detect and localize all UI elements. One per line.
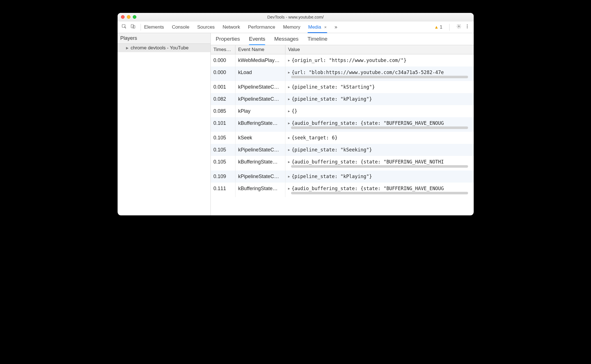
cell-value[interactable]: ▶{audio_buffering_state: {state: "BUFFER…: [285, 183, 474, 197]
events-table: Times… Event Name Value 0.000kWebMediaPl…: [211, 45, 474, 215]
settings-icon[interactable]: [456, 24, 461, 30]
svg-point-4: [467, 24, 468, 25]
sidebar-item-player[interactable]: ▶ chrome devtools - YouTube: [118, 44, 210, 52]
window-title: DevTools - www.youtube.com/: [118, 15, 474, 19]
cell-timestamp: 0.001: [211, 81, 235, 93]
table-row[interactable]: 0.000kLoad▶{url: "blob:https://www.youtu…: [211, 66, 474, 81]
cell-value[interactable]: ▶{url: "blob:https://www.youtube.com/c34…: [285, 66, 474, 81]
tab-performance[interactable]: Performance: [248, 22, 275, 33]
svg-point-3: [458, 26, 459, 27]
cell-value[interactable]: ▶{audio_buffering_state: {state: "BUFFER…: [285, 156, 474, 171]
cell-event-name: kPipelineStateC…: [235, 93, 285, 105]
tab-media-label: Media: [308, 24, 321, 30]
table-row[interactable]: 0.082kPipelineStateC…▶{pipeline_state: "…: [211, 93, 474, 105]
cell-timestamp: 0.000: [211, 66, 235, 81]
horizontal-scroll-indicator[interactable]: [291, 192, 468, 194]
horizontal-scroll-indicator[interactable]: [291, 126, 468, 129]
cell-event-name: kBufferingState…: [235, 183, 285, 197]
table-row[interactable]: 0.101kBufferingState…▶{audio_buffering_s…: [211, 117, 474, 132]
cell-value[interactable]: ▶{origin_url: "https://www.youtube.com/"…: [285, 54, 474, 66]
chevron-right-icon: ▶: [288, 71, 290, 74]
subtab-messages[interactable]: Messages: [274, 36, 299, 45]
value-text: {audio_buffering_state: {state: "BUFFERI…: [292, 120, 444, 126]
col-value[interactable]: Value: [285, 45, 474, 54]
close-tab-icon[interactable]: ×: [324, 25, 327, 29]
tab-memory[interactable]: Memory: [283, 22, 300, 33]
cell-timestamp: 0.105: [211, 156, 235, 171]
cell-value[interactable]: ▶{pipeline_state: "kSeeking"}: [285, 144, 474, 156]
value-text: {audio_buffering_state: {state: "BUFFERI…: [292, 186, 444, 191]
inspect-icon[interactable]: [122, 24, 127, 30]
col-timestamp[interactable]: Times…: [211, 45, 235, 54]
tab-media[interactable]: Media ×: [308, 22, 327, 33]
cell-value[interactable]: ▶{seek_target: 6}: [285, 132, 474, 144]
sidebar-item-label: chrome devtools - YouTube: [131, 45, 189, 51]
cell-timestamp: 0.082: [211, 93, 235, 105]
cell-value[interactable]: ▶{}: [285, 105, 474, 117]
subtab-properties[interactable]: Properties: [216, 36, 240, 45]
table-row[interactable]: 0.085kPlay▶{}: [211, 105, 474, 117]
cell-value[interactable]: ▶{pipeline_state: "kStarting"}: [285, 81, 474, 93]
table-body[interactable]: 0.000kWebMediaPlay…▶{origin_url: "https:…: [211, 54, 474, 215]
chevron-right-icon: ▶: [288, 136, 290, 140]
table-row[interactable]: 0.111kBufferingState…▶{audio_buffering_s…: [211, 183, 474, 197]
tab-elements[interactable]: Elements: [144, 22, 164, 33]
cell-event-name: kPlay: [235, 105, 285, 117]
chevron-right-icon: ▶: [288, 148, 290, 152]
sidebar-header: Players: [118, 33, 210, 44]
value-text: {origin_url: "https://www.youtube.com/"}: [292, 57, 406, 63]
cell-event-name: kPipelineStateC…: [235, 144, 285, 156]
cell-event-name: kWebMediaPlay…: [235, 54, 285, 66]
sidebar-list: ▶ chrome devtools - YouTube: [118, 44, 210, 215]
cell-timestamp: 0.111: [211, 183, 235, 197]
devtools-window: DevTools - www.youtube.com/ Elements Con…: [118, 13, 474, 215]
chevron-right-icon: ▶: [126, 46, 129, 50]
cell-value[interactable]: ▶{audio_buffering_state: {state: "BUFFER…: [285, 117, 474, 132]
cell-timestamp: 0.000: [211, 54, 235, 66]
chevron-right-icon: ▶: [288, 109, 290, 113]
svg-point-5: [467, 26, 468, 27]
warnings-indicator[interactable]: ▲ 1: [434, 24, 442, 30]
tab-console[interactable]: Console: [172, 22, 189, 33]
cell-event-name: kPipelineStateC…: [235, 81, 285, 93]
chevron-right-icon: ▶: [288, 97, 290, 101]
media-subtabs: Properties Events Messages Timeline: [211, 33, 474, 45]
panel-tabs: Elements Console Sources Network Perform…: [144, 22, 434, 33]
chevron-right-icon: ▶: [288, 175, 290, 178]
table-row[interactable]: 0.105kSeek▶{seek_target: 6}: [211, 132, 474, 144]
table-header: Times… Event Name Value: [211, 45, 474, 54]
cell-event-name: kBufferingState…: [235, 117, 285, 132]
warning-icon: ▲: [434, 25, 439, 30]
chevron-right-icon: ▶: [288, 121, 290, 125]
value-text: {pipeline_state: "kStarting"}: [292, 84, 375, 90]
cell-timestamp: 0.105: [211, 144, 235, 156]
cell-timestamp: 0.109: [211, 171, 235, 183]
subtab-timeline[interactable]: Timeline: [308, 36, 327, 45]
table-row[interactable]: 0.001kPipelineStateC…▶{pipeline_state: "…: [211, 81, 474, 93]
value-text: {pipeline_state: "kPlaying"}: [292, 174, 372, 179]
cell-value[interactable]: ▶{pipeline_state: "kPlaying"}: [285, 93, 474, 105]
svg-point-6: [467, 27, 468, 28]
value-text: {}: [292, 108, 297, 114]
subtab-events[interactable]: Events: [249, 36, 265, 45]
table-row[interactable]: 0.105kBufferingState…▶{audio_buffering_s…: [211, 156, 474, 171]
separator: [141, 24, 141, 31]
chevron-right-icon: ▶: [288, 160, 290, 164]
table-row[interactable]: 0.105kPipelineStateC…▶{pipeline_state: "…: [211, 144, 474, 156]
table-row[interactable]: 0.109kPipelineStateC…▶{pipeline_state: "…: [211, 171, 474, 183]
col-event-name[interactable]: Event Name: [235, 45, 285, 54]
horizontal-scroll-indicator[interactable]: [291, 76, 468, 78]
more-tabs-icon[interactable]: »: [335, 24, 337, 30]
device-toggle-icon[interactable]: [130, 24, 136, 30]
main-panel: Properties Events Messages Timeline Time…: [211, 33, 474, 215]
table-row[interactable]: 0.000kWebMediaPlay…▶{origin_url: "https:…: [211, 54, 474, 66]
cell-event-name: kPipelineStateC…: [235, 171, 285, 183]
cell-event-name: kSeek: [235, 132, 285, 144]
cell-event-name: kLoad: [235, 66, 285, 81]
more-menu-icon[interactable]: [465, 24, 470, 30]
tab-sources[interactable]: Sources: [197, 22, 215, 33]
value-text: {pipeline_state: "kSeeking"}: [292, 147, 372, 153]
tab-network[interactable]: Network: [223, 22, 240, 33]
horizontal-scroll-indicator[interactable]: [291, 165, 468, 168]
cell-value[interactable]: ▶{pipeline_state: "kPlaying"}: [285, 171, 474, 183]
